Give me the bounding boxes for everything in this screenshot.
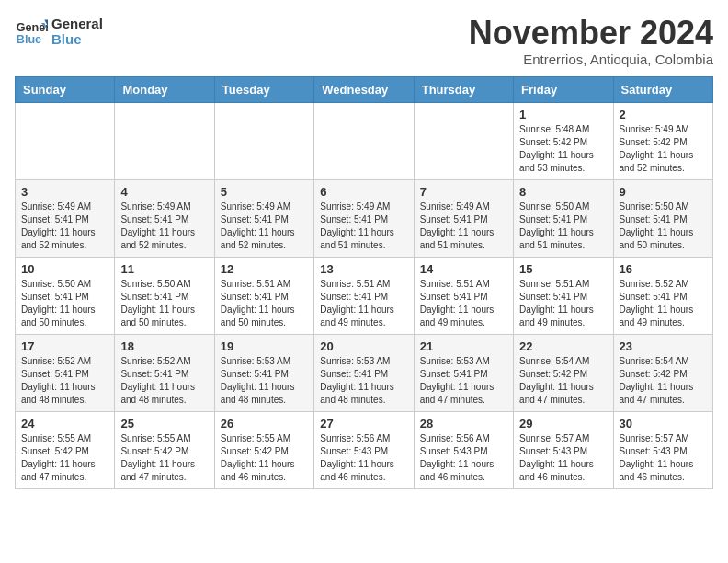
day-number: 30	[620, 417, 707, 431]
day-number: 13	[320, 262, 407, 276]
day-number: 4	[120, 185, 208, 199]
calendar-cell	[214, 102, 313, 179]
day-info: Sunrise: 5:56 AM Sunset: 5:43 PM Dayligh…	[420, 432, 507, 484]
day-number: 24	[21, 417, 108, 431]
day-info: Sunrise: 5:55 AM Sunset: 5:42 PM Dayligh…	[221, 432, 308, 484]
calendar-cell: 8Sunrise: 5:50 AM Sunset: 5:41 PM Daylig…	[514, 179, 613, 257]
day-info: Sunrise: 5:49 AM Sunset: 5:41 PM Dayligh…	[21, 201, 108, 252]
day-info: Sunrise: 5:57 AM Sunset: 5:43 PM Dayligh…	[519, 432, 607, 484]
calendar-week-row: 17Sunrise: 5:52 AM Sunset: 5:41 PM Dayli…	[16, 334, 713, 411]
calendar-cell: 22Sunrise: 5:54 AM Sunset: 5:42 PM Dayli…	[514, 334, 613, 411]
page-header: General Blue General Blue November 2024 …	[15, 15, 713, 67]
day-number: 23	[620, 339, 707, 353]
calendar-cell: 21Sunrise: 5:53 AM Sunset: 5:41 PM Dayli…	[414, 334, 513, 411]
calendar-cell: 2Sunrise: 5:49 AM Sunset: 5:42 PM Daylig…	[613, 102, 712, 179]
day-info: Sunrise: 5:54 AM Sunset: 5:42 PM Dayligh…	[620, 355, 707, 407]
day-info: Sunrise: 5:51 AM Sunset: 5:41 PM Dayligh…	[221, 278, 308, 329]
day-number: 16	[620, 262, 707, 276]
day-info: Sunrise: 5:49 AM Sunset: 5:41 PM Dayligh…	[420, 201, 507, 252]
day-number: 6	[320, 185, 407, 199]
location-subtitle: Entrerrios, Antioquia, Colombia	[469, 52, 713, 67]
calendar-cell: 28Sunrise: 5:56 AM Sunset: 5:43 PM Dayli…	[414, 411, 513, 488]
day-info: Sunrise: 5:52 AM Sunset: 5:41 PM Dayligh…	[21, 355, 108, 407]
calendar-cell: 23Sunrise: 5:54 AM Sunset: 5:42 PM Dayli…	[613, 334, 712, 411]
day-number: 21	[420, 339, 507, 353]
day-info: Sunrise: 5:55 AM Sunset: 5:42 PM Dayligh…	[120, 432, 208, 484]
calendar-cell: 18Sunrise: 5:52 AM Sunset: 5:41 PM Dayli…	[115, 334, 214, 411]
day-info: Sunrise: 5:51 AM Sunset: 5:41 PM Dayligh…	[420, 278, 507, 329]
day-number: 22	[519, 339, 607, 353]
weekday-header: Saturday	[613, 76, 712, 102]
calendar-week-row: 3Sunrise: 5:49 AM Sunset: 5:41 PM Daylig…	[16, 179, 713, 257]
weekday-header: Wednesday	[314, 76, 414, 102]
day-info: Sunrise: 5:49 AM Sunset: 5:41 PM Dayligh…	[320, 201, 407, 252]
day-number: 12	[221, 262, 308, 276]
logo: General Blue General Blue	[15, 15, 103, 48]
day-number: 8	[519, 185, 607, 199]
logo-general: General	[51, 16, 103, 31]
day-info: Sunrise: 5:50 AM Sunset: 5:41 PM Dayligh…	[120, 278, 208, 329]
calendar-cell: 4Sunrise: 5:49 AM Sunset: 5:41 PM Daylig…	[115, 179, 214, 257]
day-number: 5	[221, 185, 308, 199]
calendar-week-row: 10Sunrise: 5:50 AM Sunset: 5:41 PM Dayli…	[16, 257, 713, 334]
day-number: 26	[221, 417, 308, 431]
day-number: 7	[420, 185, 507, 199]
calendar-cell: 25Sunrise: 5:55 AM Sunset: 5:42 PM Dayli…	[115, 411, 214, 488]
day-info: Sunrise: 5:49 AM Sunset: 5:42 PM Dayligh…	[620, 123, 707, 175]
day-info: Sunrise: 5:51 AM Sunset: 5:41 PM Dayligh…	[320, 278, 407, 329]
day-info: Sunrise: 5:53 AM Sunset: 5:41 PM Dayligh…	[320, 355, 407, 407]
calendar-cell: 29Sunrise: 5:57 AM Sunset: 5:43 PM Dayli…	[514, 411, 613, 488]
calendar-cell: 20Sunrise: 5:53 AM Sunset: 5:41 PM Dayli…	[314, 334, 414, 411]
day-number: 14	[420, 262, 507, 276]
calendar-cell: 16Sunrise: 5:52 AM Sunset: 5:41 PM Dayli…	[613, 257, 712, 334]
calendar-cell: 3Sunrise: 5:49 AM Sunset: 5:41 PM Daylig…	[16, 179, 115, 257]
day-number: 18	[120, 339, 208, 353]
day-info: Sunrise: 5:52 AM Sunset: 5:41 PM Dayligh…	[620, 278, 707, 329]
day-info: Sunrise: 5:50 AM Sunset: 5:41 PM Dayligh…	[21, 278, 108, 329]
calendar-cell: 24Sunrise: 5:55 AM Sunset: 5:42 PM Dayli…	[16, 411, 115, 488]
weekday-header: Monday	[115, 76, 214, 102]
logo-blue: Blue	[51, 31, 103, 47]
day-info: Sunrise: 5:50 AM Sunset: 5:41 PM Dayligh…	[519, 201, 607, 252]
day-number: 9	[620, 185, 707, 199]
calendar-cell: 30Sunrise: 5:57 AM Sunset: 5:43 PM Dayli…	[613, 411, 712, 488]
day-info: Sunrise: 5:49 AM Sunset: 5:41 PM Dayligh…	[120, 201, 208, 252]
weekday-header: Tuesday	[214, 76, 313, 102]
day-number: 11	[120, 262, 208, 276]
day-number: 10	[21, 262, 108, 276]
calendar-cell	[414, 102, 513, 179]
calendar-cell: 1Sunrise: 5:48 AM Sunset: 5:42 PM Daylig…	[514, 102, 613, 179]
day-info: Sunrise: 5:53 AM Sunset: 5:41 PM Dayligh…	[420, 355, 507, 407]
day-number: 1	[519, 108, 607, 121]
calendar-cell: 27Sunrise: 5:56 AM Sunset: 5:43 PM Dayli…	[314, 411, 414, 488]
day-number: 28	[420, 417, 507, 431]
calendar-cell: 11Sunrise: 5:50 AM Sunset: 5:41 PM Dayli…	[115, 257, 214, 334]
calendar-cell	[115, 102, 214, 179]
day-info: Sunrise: 5:52 AM Sunset: 5:41 PM Dayligh…	[120, 355, 208, 407]
day-info: Sunrise: 5:48 AM Sunset: 5:42 PM Dayligh…	[519, 123, 607, 175]
month-title: November 2024	[469, 15, 713, 52]
day-number: 17	[21, 339, 108, 353]
day-info: Sunrise: 5:50 AM Sunset: 5:41 PM Dayligh…	[620, 201, 707, 252]
day-info: Sunrise: 5:55 AM Sunset: 5:42 PM Dayligh…	[21, 432, 108, 484]
weekday-header: Friday	[514, 76, 613, 102]
calendar-cell	[16, 102, 115, 179]
logo-icon: General Blue	[15, 15, 48, 48]
title-area: November 2024 Entrerrios, Antioquia, Col…	[469, 15, 713, 67]
svg-text:Blue: Blue	[17, 33, 41, 46]
weekday-header: Sunday	[16, 76, 115, 102]
day-number: 29	[519, 417, 607, 431]
weekday-header: Thursday	[414, 76, 513, 102]
calendar-cell: 7Sunrise: 5:49 AM Sunset: 5:41 PM Daylig…	[414, 179, 513, 257]
day-number: 3	[21, 185, 108, 199]
day-number: 27	[320, 417, 407, 431]
calendar-week-row: 1Sunrise: 5:48 AM Sunset: 5:42 PM Daylig…	[16, 102, 713, 179]
calendar-week-row: 24Sunrise: 5:55 AM Sunset: 5:42 PM Dayli…	[16, 411, 713, 488]
calendar-cell: 13Sunrise: 5:51 AM Sunset: 5:41 PM Dayli…	[314, 257, 414, 334]
day-info: Sunrise: 5:51 AM Sunset: 5:41 PM Dayligh…	[519, 278, 607, 329]
calendar-cell: 14Sunrise: 5:51 AM Sunset: 5:41 PM Dayli…	[414, 257, 513, 334]
day-number: 20	[320, 339, 407, 353]
calendar-cell: 12Sunrise: 5:51 AM Sunset: 5:41 PM Dayli…	[214, 257, 313, 334]
day-info: Sunrise: 5:53 AM Sunset: 5:41 PM Dayligh…	[221, 355, 308, 407]
calendar-cell: 9Sunrise: 5:50 AM Sunset: 5:41 PM Daylig…	[613, 179, 712, 257]
